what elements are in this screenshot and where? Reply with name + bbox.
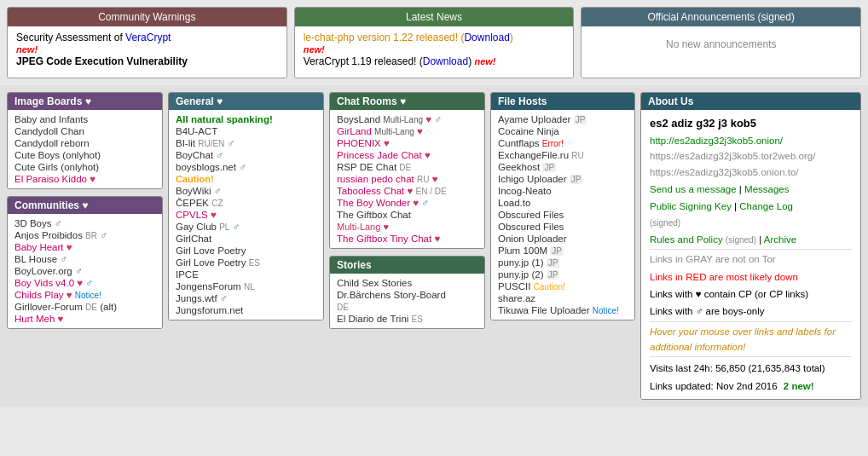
list-item[interactable]: B4U-ACT — [176, 125, 316, 137]
list-item[interactable]: Jungs.wtf ♂ — [176, 292, 316, 304]
list-item[interactable]: Plum 100M JP — [498, 245, 628, 257]
announcements-header: Official Announcements (signed) — [582, 8, 860, 26]
separator-1 — [650, 249, 852, 250]
onion-url-3: https://es2adizg32j3kob5.onion.to/ — [650, 165, 852, 180]
list-item[interactable]: BoyLover.org ♂ — [14, 265, 155, 277]
send-message-link[interactable]: Send us a message — [650, 184, 737, 194]
warnings-body: Security Assessment of VeraCrypt new! JP… — [8, 26, 286, 78]
list-item[interactable]: Obscured Files — [498, 209, 628, 221]
list-item[interactable]: Candydoll Chan — [14, 125, 155, 137]
list-item[interactable]: Jungsforum.net — [176, 304, 316, 316]
list-item[interactable]: Baby and Infants — [14, 113, 155, 125]
list-item[interactable]: Dr.Bärchens Story-Board — [337, 289, 477, 301]
list-item[interactable]: BoyWiki ♂ — [176, 185, 316, 197]
public-signing-key-link[interactable]: Public Signing Key — [650, 201, 732, 211]
list-item[interactable]: BoysLand Multi-Lang ♥ ♂ — [337, 113, 477, 125]
news-body: le-chat-php version 1.22 released! (Down… — [295, 26, 574, 78]
list-item[interactable]: PUSCII Caution! — [498, 280, 628, 292]
list-item[interactable]: Anjos Proibidos BR ♂ — [14, 229, 155, 241]
download-link-1[interactable]: Download — [464, 32, 509, 43]
new-count: 2 new! — [784, 381, 814, 391]
list-item[interactable]: Cocaine Ninja — [498, 125, 628, 137]
rules-policy-link[interactable]: Rules and Policy — [650, 234, 723, 245]
list-item[interactable]: share.az — [498, 292, 628, 304]
list-item[interactable]: 3D Boys ♂ — [14, 217, 155, 229]
list-item[interactable]: Load.to — [498, 197, 628, 209]
list-item[interactable]: puny.jp (2) JP — [498, 268, 628, 280]
red-note: Links in RED are most likely down — [650, 269, 852, 285]
warnings-header: Community Warnings — [8, 8, 286, 26]
archive-link[interactable]: Archive — [764, 234, 796, 245]
list-item[interactable]: CPVLS ♥ — [176, 209, 316, 221]
chat-rooms-body: BoysLand Multi-Lang ♥ ♂ GirLand Multi-La… — [330, 110, 484, 248]
list-item[interactable]: Childs Play ♥ Notice! — [14, 289, 155, 301]
list-item[interactable]: Incog-Neato — [498, 185, 628, 197]
list-item[interactable]: All natural spanking! — [176, 113, 316, 125]
change-log-link[interactable]: Change Log — [739, 201, 793, 211]
list-item[interactable]: BoyChat ♂ — [176, 149, 316, 161]
list-item[interactable]: puny.jp (1) JP — [498, 257, 628, 268]
list-item[interactable]: El Diario de Trini ES — [337, 313, 477, 325]
list-item[interactable]: Child Sex Stories — [337, 277, 477, 289]
list-item[interactable]: Ayame Uploader JP — [498, 113, 628, 125]
image-boards-section: Image Boards ♥ Baby and Infants Candydol… — [7, 92, 163, 189]
communities-section: Communities ♥ 3D Boys ♂ Anjos Proibidos … — [7, 196, 163, 329]
visits-text: Visits last 24h: 56,850 (21,635,843 tota… — [650, 361, 852, 376]
general-header: General ♥ — [169, 93, 323, 110]
list-item[interactable]: Tikuwa File Uploader Notice! — [498, 304, 628, 316]
list-item[interactable]: Princess Jade Chat ♥ — [337, 149, 477, 161]
news-text-1: le-chat-php version 1.22 released! (Down… — [304, 32, 513, 43]
list-item[interactable]: RSP DE Chat DE — [337, 161, 477, 173]
node-id: es2 adiz g32 j3 kob5 — [650, 115, 852, 133]
list-item[interactable]: boysblogs.net ♂ — [176, 161, 316, 173]
list-item[interactable]: The Giftbox Tiny Chat ♥ — [337, 233, 477, 245]
key-links: Public Signing Key | Change Log — [650, 199, 852, 214]
list-item[interactable]: Girl Love Poetry ES — [176, 257, 316, 268]
news-item-2: VeraCrypt 1.19 released! (Download) new! — [304, 55, 565, 67]
file-hosts-section: File Hosts Ayame Uploader JP Cocaine Nin… — [490, 92, 635, 320]
contact-links: Send us a message | Messages — [650, 182, 852, 197]
list-item[interactable]: Cute Girls (onlyhot) — [14, 161, 155, 173]
list-item[interactable]: Candydoll reborn — [14, 137, 155, 149]
list-item[interactable]: The Giftbox Chat — [337, 209, 477, 221]
file-hosts-header: File Hosts — [491, 93, 634, 110]
list-item[interactable]: The Boy Wonder ♥ ♂ — [337, 197, 477, 209]
veracrypt-link[interactable]: VeraCrypt — [125, 32, 171, 43]
list-item[interactable]: El Paraiso Kiddo ♥ — [14, 173, 155, 185]
onion-link-1[interactable]: http://es2adizg32j3kob5.onion/ — [650, 136, 783, 146]
list-item[interactable]: Hurt Meh ♥ — [14, 313, 155, 325]
list-item[interactable]: JongensForum NL — [176, 280, 316, 292]
hover-info: Hover your mouse over links and labels f… — [650, 324, 852, 355]
list-item[interactable]: Girllover-Forum DE (alt) — [14, 301, 155, 313]
list-item[interactable]: Ichigo Uploader JP — [498, 173, 628, 185]
download-link-2[interactable]: Download — [423, 55, 468, 67]
image-boards-header: Image Boards ♥ — [8, 93, 162, 110]
list-item[interactable]: GirlChat — [176, 233, 316, 245]
list-item[interactable]: BL House ♂ — [14, 253, 155, 265]
list-item[interactable]: russian pedo chat RU ♥ — [337, 173, 477, 185]
list-item[interactable]: ExchangeFile.ru RU — [498, 149, 628, 161]
list-item[interactable]: Girl Love Poetry — [176, 245, 316, 257]
list-item[interactable]: Cuntflaps Error! — [498, 137, 628, 149]
list-item[interactable]: DE — [337, 301, 477, 313]
list-item[interactable]: Obscured Files — [498, 221, 628, 233]
messages-link[interactable]: Messages — [744, 184, 789, 194]
onion-link-2[interactable]: https://es2adizg32j3kob5.tor2web.org/ — [650, 151, 815, 161]
onion-link-3[interactable]: https://es2adizg32j3kob5.onion.to/ — [650, 167, 799, 177]
list-item[interactable]: IPCE — [176, 268, 316, 280]
list-item[interactable]: Gay Club PL ♂ — [176, 221, 316, 233]
communities-body: 3D Boys ♂ Anjos Proibidos BR ♂ Baby Hear… — [8, 214, 162, 328]
new-label-3: new! — [474, 56, 495, 66]
list-item[interactable]: Baby Heart ♥ — [14, 241, 155, 253]
rules-links: Rules and Policy (signed) | Archive — [650, 232, 852, 247]
list-item[interactable]: Cute Boys (onlyhot) — [14, 149, 155, 161]
list-item[interactable]: Geekhost JP — [498, 161, 628, 173]
list-item[interactable]: Boy Vids v4.0 ♥ ♂ — [14, 277, 155, 289]
list-item[interactable]: GirLand Multi-Lang ♥ — [337, 125, 477, 137]
announcements-body: No new announcements — [582, 26, 860, 78]
list-item[interactable]: Onion Uploader — [498, 233, 628, 245]
list-item[interactable]: BI-lit RU/EN ♂ — [176, 137, 316, 149]
list-item[interactable]: PHOENIX ♥ — [337, 137, 477, 149]
list-item[interactable]: ČEPEK CZ — [176, 197, 316, 209]
list-item[interactable]: Tabooless Chat ♥ EN / DE — [337, 185, 477, 197]
